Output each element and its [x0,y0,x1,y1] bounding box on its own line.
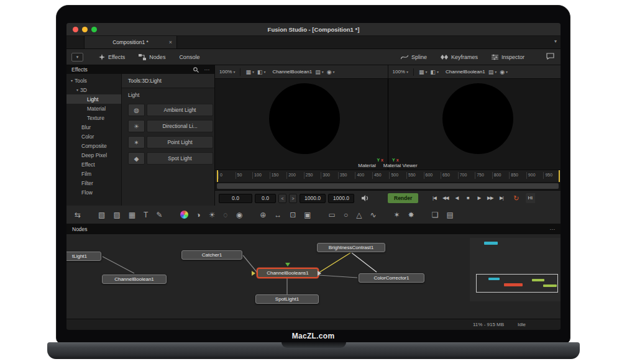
mask-input-connector[interactable] [389,273,394,274]
tab-overflow-chevron-icon[interactable]: ▾ [554,39,557,44]
tree-item-flow[interactable]: Flow [66,188,121,197]
inspector-panel-button[interactable]: Inspector [485,49,531,65]
resize-icon[interactable]: ↔ [274,211,281,219]
output-connector[interactable] [424,276,424,281]
tree-item-texture[interactable]: Texture [66,113,121,122]
play-reverse-button[interactable]: ◀ [452,193,461,203]
input-connector[interactable] [359,276,359,281]
render-range-end-marker[interactable] [559,170,560,182]
underlay-icon[interactable]: ❏ [432,211,439,219]
brightness-contrast-icon[interactable]: ☀ [209,211,216,219]
particle-render-icon[interactable]: ✸ [408,211,414,219]
tree-item-effect[interactable]: Effect [66,160,121,169]
step-back-button[interactable]: < [278,194,286,203]
viewer-options-button[interactable]: ◉▾ [327,69,335,75]
tree-item-light[interactable]: Light [66,94,121,104]
zoom-select[interactable]: 100%▾ [393,69,408,75]
tree-item-filter[interactable]: Filter [66,178,121,188]
close-window-button[interactable] [73,27,78,32]
output-connector[interactable] [166,277,167,282]
spot-light-button[interactable]: Spot Light [147,152,213,165]
glow-icon[interactable]: ◉ [236,211,242,219]
audio-button[interactable] [362,195,369,201]
spline-panel-button[interactable]: Spline [394,49,434,65]
input-connector[interactable] [255,297,256,302]
channel-button[interactable]: ▤▾ [488,69,497,75]
loop-playback-icon[interactable]: ↻ [513,193,519,203]
panel-menu-icon[interactable]: ⋯ [204,66,210,73]
node-channelbooleans1[interactable]: ChannelBooleans1 [257,268,318,278]
saver-icon[interactable]: ▨ [113,211,120,219]
node-spotlight1[interactable]: SpotLight1 [255,294,319,304]
particle-emitter-icon[interactable]: ✶ [394,211,400,219]
timeline-scrollbar[interactable] [215,182,561,190]
viewer-source-label[interactable]: ChannelBoolean1 [273,69,313,75]
zoom-select[interactable]: 100%▾ [219,69,235,75]
ambient-light-button[interactable]: Ambient Light [147,104,213,116]
mask-input-connector[interactable] [132,275,137,275]
search-icon[interactable] [193,67,199,73]
step-forward-button[interactable]: > [289,194,297,203]
polygon-mask-icon[interactable]: △ [356,211,362,219]
high-quality-button[interactable]: Hi [526,193,535,203]
node-channelboolean1[interactable]: ChannelBoolean1 [102,275,167,284]
color-corrector-icon[interactable]: ◑ [196,211,201,219]
render-button[interactable]: Render [388,193,418,203]
blur-icon[interactable]: ◌ [224,211,228,219]
minimize-window-button[interactable] [82,27,88,32]
viewer-right[interactable] [388,79,561,170]
render-range-start-marker[interactable] [217,170,218,182]
fast-rewind-button[interactable]: ◀◀ [441,193,450,203]
ellipse-mask-icon[interactable]: ○ [344,211,348,219]
rectangle-mask-icon[interactable]: ▭ [329,211,336,219]
nodes-minimap[interactable] [470,238,561,301]
go-to-end-button[interactable]: ▶| [497,193,506,203]
stop-button[interactable]: ■ [463,193,472,203]
directional-light-button[interactable]: Directional Li... [147,120,213,132]
nodes-panel-menu-icon[interactable]: ⋯ [550,226,556,232]
effects-panel-button[interactable]: Effects [92,49,132,65]
play-button[interactable]: ▶ [474,193,483,203]
keyframes-panel-button[interactable]: Keyframes [434,49,485,65]
node-catcher1[interactable]: Catcher1 [181,250,242,260]
paint-tool-icon[interactable]: ✎ [156,211,162,219]
tab-composition1[interactable]: Composition1 * × [84,36,177,48]
bspline-mask-icon[interactable]: ∿ [370,211,376,219]
output-connector[interactable] [101,254,101,259]
tree-item-3d[interactable]: ▾3D [66,85,121,94]
crop-icon[interactable]: ⊡ [290,211,296,219]
zoom-window-button[interactable] [91,27,97,32]
media-io-icon[interactable]: ⇆ [75,211,81,219]
node-colorcorrector1[interactable]: ColorCorrector1 [359,273,424,283]
scrollbar-thumb[interactable] [217,183,559,189]
step-time-field[interactable]: 0.0 [255,194,276,203]
output-connector[interactable] [385,245,385,250]
point-light-button[interactable]: Point Light [147,136,213,148]
nodes-panel-button[interactable]: Nodes [132,49,172,65]
color-wheel-icon[interactable] [180,211,188,219]
tree-item-material[interactable]: Material [66,104,121,113]
lut-button[interactable]: ▦▾ [245,69,254,75]
tree-item-blur[interactable]: Blur [66,122,121,132]
transform-icon[interactable]: ⊕ [260,211,266,219]
viewer-left[interactable] [215,79,388,170]
console-panel-button[interactable]: Console [172,49,206,65]
output-connector[interactable] [318,297,319,302]
tab-close-icon[interactable]: × [169,39,172,45]
minimap-viewport[interactable] [476,274,558,293]
node-tlight1[interactable]: tLight1 [66,252,101,261]
channel-button[interactable]: ▤▾ [315,69,324,75]
timeline-ruler[interactable]: 0 50 100 150 200 250 300 350 400 450 500… [215,170,561,182]
input-connector[interactable] [252,271,258,276]
range-end-field[interactable]: 1000.0 [328,194,354,203]
go-to-start-button[interactable]: |◀ [429,193,439,203]
output-connector[interactable] [242,253,242,258]
tree-item-composite[interactable]: Composite [66,141,121,150]
tree-item-color[interactable]: Color [66,132,121,141]
tree-item-deep-pixel[interactable]: Deep Pixel [66,150,121,160]
mask-input-connector[interactable] [285,263,290,269]
node-graph[interactable]: tLight1 ChannelBoolean1 Catcher1 Channel… [66,234,561,319]
comment-button[interactable] [546,53,554,61]
background-icon[interactable]: ▦ [129,211,135,219]
input-connector[interactable] [102,277,103,282]
